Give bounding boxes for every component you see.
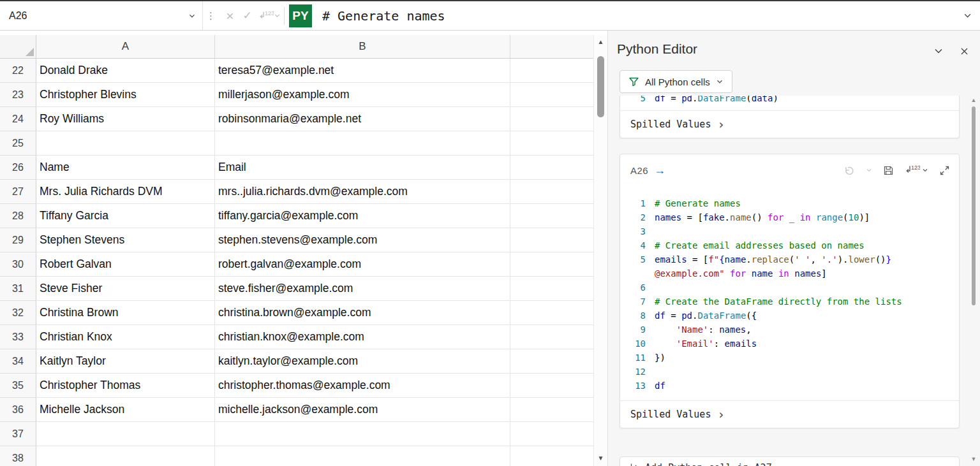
spilled-values-toggle[interactable]: Spilled Values › bbox=[620, 111, 959, 138]
cell-a[interactable]: Kaitlyn Taylor bbox=[36, 349, 215, 374]
code-editor[interactable]: 1 # Generate names 2 names = [fake.name(… bbox=[620, 186, 959, 400]
python-cell-card-clipped[interactable]: 5 df = pd.DataFrame(data) Spilled Values… bbox=[620, 96, 960, 138]
cell-b[interactable]: christina.brown@example.com bbox=[215, 301, 510, 325]
cell-c[interactable] bbox=[510, 131, 593, 156]
name-box-chevron-down-icon[interactable] bbox=[188, 12, 196, 20]
row-number[interactable]: 37 bbox=[0, 422, 36, 446]
cell-a[interactable]: Roy Williams bbox=[36, 107, 215, 131]
cell-b[interactable] bbox=[215, 422, 510, 446]
row-number[interactable]: 29 bbox=[0, 228, 36, 252]
cell-a[interactable] bbox=[36, 446, 215, 466]
code-line[interactable]: @example.com" for name in names] bbox=[620, 266, 954, 280]
code-line[interactable]: 11 }) bbox=[620, 351, 954, 365]
row-number[interactable]: 28 bbox=[0, 204, 36, 228]
python-cells-filter-button[interactable]: All Python cells bbox=[620, 70, 732, 93]
row-number[interactable]: 33 bbox=[0, 325, 36, 349]
row-number[interactable]: 32 bbox=[0, 301, 36, 325]
code-line[interactable]: 8 df = pd.DataFrame({ bbox=[620, 309, 954, 323]
panel-scroll-up-arrow-icon[interactable]: ▲ bbox=[969, 97, 978, 103]
cell-c[interactable] bbox=[510, 156, 593, 180]
column-header-a[interactable]: A bbox=[36, 35, 215, 58]
row-number[interactable]: 22 bbox=[0, 59, 36, 83]
formula-input[interactable]: # Generate names bbox=[322, 8, 963, 24]
cell-b[interactable]: kaitlyn.taylor@example.com bbox=[215, 349, 510, 374]
cell-b[interactable]: robinsonmaria@example.net bbox=[215, 107, 510, 131]
cell-c[interactable] bbox=[510, 252, 593, 277]
convert-to-values-icon[interactable]: 123 bbox=[905, 164, 928, 177]
code-line[interactable]: 5 emails = [f"{name.replace(' ', '.').lo… bbox=[620, 252, 954, 266]
cell-b[interactable]: christopher.thomas@example.com bbox=[215, 374, 510, 398]
code-line[interactable]: 4 # Create email addresses based on name… bbox=[620, 238, 954, 252]
row-number[interactable]: 35 bbox=[0, 374, 36, 398]
code-line[interactable]: 3 bbox=[620, 224, 954, 238]
row-number[interactable]: 38 bbox=[0, 446, 36, 466]
code-line[interactable]: 1 # Generate names bbox=[620, 196, 954, 210]
cell-a[interactable]: Mrs. Julia Richards DVM bbox=[36, 180, 215, 204]
cell-c[interactable] bbox=[510, 374, 593, 398]
row-number[interactable]: 30 bbox=[0, 252, 36, 277]
cell-a[interactable]: Christina Brown bbox=[36, 301, 215, 325]
cell-a[interactable]: Christian Knox bbox=[36, 325, 215, 349]
row-number[interactable]: 26 bbox=[0, 156, 36, 180]
save-icon[interactable] bbox=[883, 165, 894, 176]
cell-a[interactable]: Name bbox=[36, 156, 215, 180]
cell-c[interactable] bbox=[510, 422, 593, 446]
expand-editor-icon[interactable] bbox=[939, 165, 950, 176]
cell-c[interactable] bbox=[510, 59, 593, 83]
scroll-up-arrow-icon[interactable]: ▲ bbox=[594, 38, 607, 45]
cell-b[interactable]: millerjason@example.com bbox=[215, 83, 510, 107]
panel-scrollbar-thumb[interactable] bbox=[972, 106, 976, 305]
row-number[interactable]: 24 bbox=[0, 107, 36, 131]
formula-bar-drag-handle-icon[interactable]: ⋮ bbox=[206, 11, 216, 20]
code-line[interactable]: 2 names = [fake.name() for _ in range(10… bbox=[620, 210, 954, 224]
convert-to-values-icon[interactable]: 123 bbox=[258, 10, 274, 22]
column-header-c[interactable] bbox=[510, 35, 593, 58]
row-number[interactable]: 34 bbox=[0, 349, 36, 374]
cell-c[interactable] bbox=[510, 446, 593, 466]
cell-c[interactable] bbox=[510, 228, 593, 252]
panel-scroll-down-arrow-icon[interactable]: ▼ bbox=[969, 456, 978, 462]
cell-c[interactable] bbox=[510, 277, 593, 301]
code-line[interactable]: 12 bbox=[620, 365, 954, 379]
cell-a[interactable]: Christopher Thomas bbox=[36, 374, 215, 398]
cell-a[interactable]: Donald Drake bbox=[36, 59, 215, 83]
cell-c[interactable] bbox=[510, 83, 593, 107]
cell-b[interactable]: Email bbox=[215, 156, 510, 180]
cell-c[interactable] bbox=[510, 204, 593, 228]
cell-b[interactable]: mrs..julia.richards.dvm@example.com bbox=[215, 180, 510, 204]
code-line[interactable]: 10 'Email': emails bbox=[620, 337, 954, 351]
confirm-entry-icon[interactable]: ✓ bbox=[239, 9, 256, 22]
cell-b[interactable]: stephen.stevens@example.com bbox=[215, 228, 510, 252]
column-header-b[interactable]: B bbox=[215, 35, 510, 58]
cell-b[interactable] bbox=[215, 131, 510, 156]
cell-b[interactable]: tiffany.garcia@example.com bbox=[215, 204, 510, 228]
cell-b[interactable]: michelle.jackson@example.com bbox=[215, 398, 510, 422]
go-to-cell-arrow-icon[interactable]: → bbox=[654, 164, 665, 176]
cell-a[interactable] bbox=[36, 131, 215, 156]
cell-c[interactable] bbox=[510, 325, 593, 349]
cell-b[interactable]: steve.fisher@example.com bbox=[215, 277, 510, 301]
scroll-down-arrow-icon[interactable]: ▼ bbox=[594, 455, 607, 462]
row-number[interactable]: 25 bbox=[0, 131, 36, 156]
code-preview-clipped[interactable]: 5 df = pd.DataFrame(data) bbox=[620, 96, 959, 110]
select-all-corner[interactable] bbox=[0, 35, 36, 58]
expand-formula-bar-chevron-icon[interactable] bbox=[963, 11, 972, 20]
add-python-cell-button[interactable]: Add Python cell in A27 bbox=[620, 456, 960, 466]
cell-b[interactable]: robert.galvan@example.com bbox=[215, 252, 510, 277]
cell-a[interactable]: Stephen Stevens bbox=[36, 228, 215, 252]
cancel-entry-icon[interactable]: × bbox=[221, 8, 239, 24]
code-line[interactable]: 9 'Name': names, bbox=[620, 323, 954, 337]
undo-dropdown-chevron-icon[interactable] bbox=[866, 167, 872, 173]
code-line[interactable]: 13 df bbox=[620, 379, 954, 393]
cell-b[interactable] bbox=[215, 446, 510, 466]
cell-c[interactable] bbox=[510, 301, 593, 325]
spilled-values-toggle[interactable]: Spilled Values › bbox=[620, 401, 959, 428]
cell-a[interactable]: Christopher Blevins bbox=[36, 83, 215, 107]
row-number[interactable]: 27 bbox=[0, 180, 36, 204]
row-number[interactable]: 36 bbox=[0, 398, 36, 422]
cell-c[interactable] bbox=[510, 398, 593, 422]
row-number[interactable]: 31 bbox=[0, 277, 36, 301]
cell-b[interactable]: christian.knox@example.com bbox=[215, 325, 510, 349]
cell-a[interactable]: Steve Fisher bbox=[36, 277, 215, 301]
close-panel-icon[interactable] bbox=[960, 47, 969, 56]
